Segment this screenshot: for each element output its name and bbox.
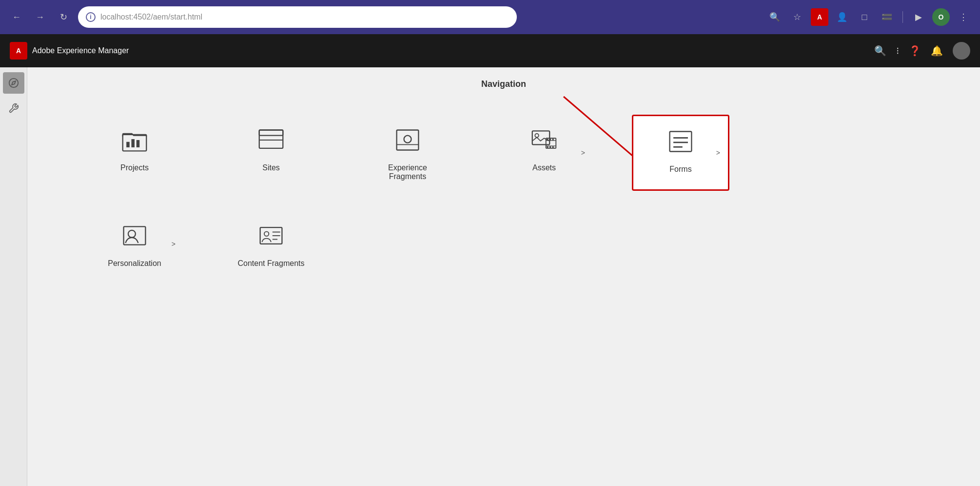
refresh-button[interactable]: ↻ (55, 8, 72, 26)
profile-circle-button[interactable]: 👤 (833, 8, 851, 26)
aem-grid-icon[interactable]: ⁝ (896, 45, 899, 57)
bookmark-button[interactable]: ☆ (788, 8, 806, 26)
svg-rect-5 (126, 142, 130, 147)
nav-item-forms[interactable]: Forms > (632, 115, 729, 191)
sidebar-nav-button[interactable] (3, 72, 24, 94)
sidebar-tools-button[interactable] (3, 98, 24, 119)
svg-rect-23 (549, 146, 551, 148)
more-menu-button[interactable]: ⋮ (955, 8, 972, 26)
svg-rect-11 (397, 130, 419, 150)
svg-rect-24 (552, 146, 554, 148)
screen-capture-button[interactable]: □ (856, 8, 873, 26)
url-text: localhost:4502/aem/start.html (100, 13, 202, 21)
forms-icon (665, 126, 696, 157)
toolbar-divider (902, 11, 903, 23)
svg-marker-1 (12, 81, 16, 85)
aem-search-icon[interactable]: 🔍 (874, 45, 886, 57)
svg-rect-25 (670, 131, 692, 151)
svg-rect-22 (547, 146, 549, 148)
assets-label: Assets (532, 163, 556, 172)
assets-icon (529, 124, 560, 156)
forward-button[interactable]: → (31, 8, 49, 26)
back-button[interactable]: ← (8, 8, 25, 26)
svg-rect-20 (549, 139, 551, 141)
browser-chrome: ← → ↻ i localhost:4502/aem/start.html 🔍 … (0, 0, 980, 34)
svg-rect-6 (131, 139, 135, 147)
projects-label: Projects (120, 163, 149, 172)
svg-point-32 (264, 232, 269, 236)
svg-point-0 (9, 79, 18, 87)
svg-rect-8 (259, 130, 283, 148)
browser-toolbar: 🔍 ☆ A 👤 □ 🟰 ▶ O ⋮ (766, 8, 972, 26)
sites-icon (255, 124, 287, 156)
nav-item-projects[interactable]: Projects (86, 115, 183, 191)
sidebar (0, 67, 27, 486)
projects-icon (119, 124, 150, 156)
aem-help-icon[interactable]: ❓ (909, 45, 921, 57)
aem-bell-icon[interactable]: 🔔 (931, 45, 943, 57)
content-wrapper: Navigation (27, 67, 980, 297)
aem-avatar[interactable] (953, 42, 970, 60)
aem-header-right: 🔍 ⁝ ❓ 🔔 (874, 42, 970, 60)
personalization-label: Personalization (108, 259, 161, 268)
forms-label: Forms (669, 165, 691, 174)
nav-item-personalization[interactable]: Personalization > (86, 210, 183, 278)
svg-rect-9 (259, 130, 283, 135)
address-bar[interactable]: i localhost:4502/aem/start.html (78, 6, 517, 28)
svg-rect-21 (552, 139, 554, 141)
svg-rect-7 (137, 140, 140, 147)
browser-search-button[interactable]: 🔍 (766, 8, 784, 26)
adobe-logo-icon: A (10, 42, 27, 60)
nav-item-content-fragments[interactable]: Content Fragments (222, 210, 320, 278)
adobe-extension-button[interactable]: A (811, 8, 828, 26)
info-icon: i (86, 12, 96, 22)
media-button[interactable]: ▶ (910, 8, 927, 26)
navigation-grid: Projects Sites (27, 105, 980, 297)
aem-title: Adobe Experience Manager (32, 46, 129, 55)
svg-rect-19 (547, 139, 549, 141)
extensions-button[interactable]: 🟰 (878, 8, 896, 26)
nav-item-assets[interactable]: Assets > (495, 115, 593, 191)
nav-item-sites[interactable]: Sites (222, 115, 320, 191)
assets-arrow: > (581, 149, 585, 157)
navigation-title: Navigation (27, 67, 980, 105)
main-layout: Navigation (0, 67, 980, 486)
aem-header: A Adobe Experience Manager 🔍 ⁝ ❓ 🔔 (0, 34, 980, 67)
content-area: Navigation (27, 67, 980, 486)
nav-item-experience-fragments[interactable]: Experience Fragments (359, 115, 456, 191)
personalization-icon (119, 220, 150, 251)
personalization-arrow: > (172, 240, 176, 248)
aem-logo[interactable]: A Adobe Experience Manager (10, 42, 129, 60)
svg-point-12 (404, 136, 412, 143)
content-fragments-label: Content Fragments (238, 259, 305, 268)
forms-arrow: > (716, 149, 720, 157)
content-fragments-icon (255, 220, 287, 251)
experience-fragments-icon (392, 124, 423, 156)
user-profile-button[interactable]: O (932, 8, 950, 26)
experience-fragments-label: Experience Fragments (369, 163, 447, 181)
svg-point-30 (128, 230, 136, 238)
sites-label: Sites (262, 163, 280, 172)
